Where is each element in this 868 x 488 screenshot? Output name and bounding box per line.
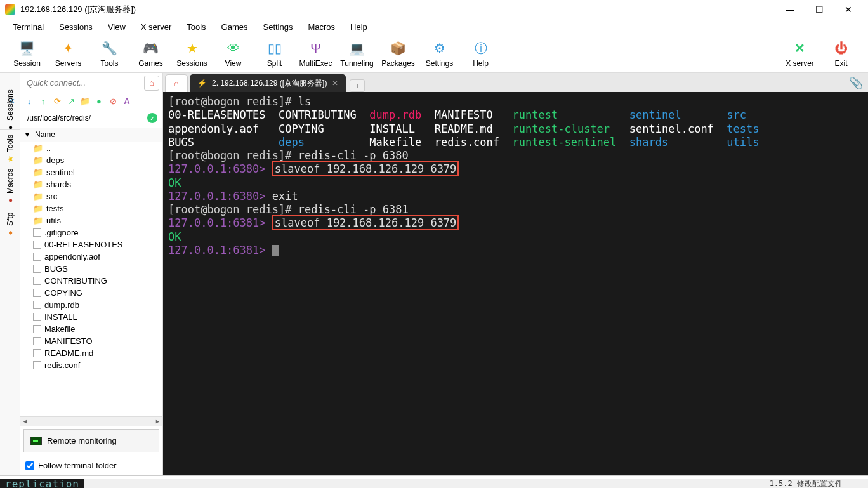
folder-icon: 📁 [33, 180, 43, 189]
toolbar-settings[interactable]: ⚙Settings [419, 39, 460, 68]
file-item[interactable]: CONTRIBUTING [20, 275, 162, 287]
side-tab-tools[interactable]: ★Tools [0, 130, 20, 168]
delete-icon[interactable]: ⊘ [108, 96, 118, 106]
scroll-left-icon[interactable]: ◄ [20, 417, 30, 426]
side-tabs: « ●Sessions ★Tools ●Macros ●Sftp [0, 73, 20, 475]
upload-icon[interactable]: ↑ [38, 96, 48, 106]
split-icon: ▯▯ [266, 39, 284, 57]
toolbar-session[interactable]: 🖥️Session [6, 39, 48, 68]
file-item[interactable]: 📁deps [20, 154, 162, 166]
file-item[interactable]: INSTALL [20, 311, 162, 323]
green-icon[interactable]: ● [94, 96, 104, 106]
follow-checkbox-input[interactable] [25, 461, 34, 470]
folder-icon: 📁 [33, 155, 43, 165]
tab-title: 2. 192.168.126.129 ([京淘服务器]) [212, 78, 327, 89]
menu-help[interactable]: Help [344, 20, 374, 34]
a-icon[interactable]: A [122, 96, 132, 106]
bg-text-left: replication [0, 479, 84, 488]
sftp-sidebar: ⌂ ↓ ↑ ⟳ ↗ 📁 ● ⊘ A ✓ ▾ Name 📁..📁deps📁sent… [20, 73, 163, 475]
toolbar-exit[interactable]: ⏻Exit [820, 39, 862, 68]
toolbar-x-server[interactable]: ✕X server [779, 39, 820, 68]
download-icon[interactable]: ↓ [24, 96, 34, 106]
file-icon [33, 265, 41, 273]
file-item[interactable]: dump.rdb [20, 299, 162, 311]
side-tab-sftp[interactable]: ●Sftp [0, 206, 20, 244]
side-tab-sessions[interactable]: ●Sessions [0, 92, 20, 130]
file-item[interactable]: 📁.. [20, 142, 162, 154]
refresh-icon[interactable]: ⟳ [52, 96, 62, 106]
window-title: 192.168.126.129 ([京淘服务器]) [20, 4, 775, 15]
menu-bar: Terminal Sessions View X server Tools Ga… [0, 19, 868, 35]
multiexec-icon: Ψ [307, 39, 325, 57]
menu-settings[interactable]: Settings [257, 20, 299, 34]
file-item[interactable]: README.md [20, 347, 162, 359]
toolbar-sessions[interactable]: ★Sessions [171, 39, 213, 68]
menu-games[interactable]: Games [215, 20, 254, 34]
side-tab-macros[interactable]: ●Macros [0, 168, 20, 206]
toolbar-tunneling[interactable]: 💻Tunneling [336, 39, 378, 68]
file-item[interactable]: COPYING [20, 287, 162, 299]
tab-terminal-1[interactable]: ⚡ 2. 192.168.126.129 ([京淘服务器]) ✕ [190, 74, 346, 92]
toolbar-games[interactable]: 🎮Games [130, 39, 171, 68]
file-list[interactable]: 📁..📁deps📁sentinel📁shards📁src📁tests📁utils… [20, 142, 162, 416]
file-icon [33, 337, 41, 345]
home-icon: ⌂ [174, 79, 179, 88]
terminal-tabs: ⌂ ⚡ 2. 192.168.126.129 ([京淘服务器]) ✕ + [163, 73, 868, 92]
quick-connect-input[interactable] [23, 75, 144, 91]
file-item[interactable]: 📁shards [20, 178, 162, 190]
menu-terminal[interactable]: Terminal [6, 20, 50, 34]
tab-close-icon[interactable]: ✕ [332, 79, 338, 88]
file-item[interactable]: 📁src [20, 190, 162, 202]
new-folder-icon[interactable]: 📁 [80, 96, 90, 106]
file-item[interactable]: BUGS [20, 263, 162, 275]
file-item[interactable]: 📁sentinel [20, 166, 162, 178]
folder-icon: 📁 [33, 192, 43, 201]
file-item[interactable]: MANIFESTO [20, 335, 162, 347]
file-icon [33, 349, 41, 357]
sessions-icon: ★ [183, 39, 201, 57]
scroll-right-icon[interactable]: ► [153, 417, 162, 426]
file-item[interactable]: .gitignore [20, 227, 162, 239]
menu-view[interactable]: View [102, 20, 132, 34]
file-item[interactable]: redis.conf [20, 359, 162, 371]
home-button[interactable]: ⌂ [144, 76, 159, 91]
menu-tools[interactable]: Tools [180, 20, 212, 34]
star-icon: ★ [6, 155, 15, 164]
cursor [272, 245, 279, 256]
toolbar-help[interactable]: ⓘHelp [460, 39, 501, 68]
file-icon [33, 253, 41, 261]
app-icon [5, 4, 15, 15]
file-item[interactable]: Makefile [20, 323, 162, 335]
file-item[interactable]: 00-RELEASENOTES [20, 239, 162, 251]
path-input[interactable] [25, 112, 147, 124]
menu-sessions[interactable]: Sessions [53, 20, 99, 34]
toolbar-servers[interactable]: ✦Servers [48, 39, 89, 68]
path-bar: ✓ [22, 110, 161, 126]
toolbar-view[interactable]: 👁View [213, 39, 254, 68]
scrollbar-horizontal[interactable]: ◄ ► [20, 416, 162, 426]
toolbar-tools[interactable]: 🔧Tools [89, 39, 130, 68]
file-list-header[interactable]: ▾ Name [20, 128, 162, 142]
remote-monitoring-button[interactable]: Remote monitoring [23, 429, 159, 452]
menu-macros[interactable]: Macros [301, 20, 341, 34]
toolbar-multiexec[interactable]: ΨMultiExec [295, 39, 336, 68]
follow-terminal-checkbox[interactable]: Follow terminal folder [20, 456, 162, 475]
close-button[interactable]: ✕ [834, 0, 863, 19]
check-icon: ✓ [147, 113, 157, 123]
parent-icon[interactable]: ↗ [66, 96, 76, 106]
new-tab-button[interactable]: + [350, 79, 365, 92]
record-icon: ● [6, 196, 15, 205]
file-icon [33, 228, 41, 237]
maximize-button[interactable]: ☐ [805, 0, 834, 19]
toolbar-packages[interactable]: 📦Packages [378, 39, 419, 68]
toolbar-split[interactable]: ▯▯Split [254, 39, 295, 68]
file-item[interactable]: 📁tests [20, 202, 162, 214]
file-item[interactable]: appendonly.aof [20, 251, 162, 263]
file-item[interactable]: 📁utils [20, 214, 162, 227]
tab-home[interactable]: ⌂ [165, 74, 188, 92]
minimize-button[interactable]: — [775, 0, 805, 19]
menu-xserver[interactable]: X server [135, 20, 178, 34]
view-icon: 👁 [225, 39, 242, 57]
terminal-output[interactable]: [root@bogon redis]# ls 00-RELEASENOTES C… [163, 92, 868, 475]
paperclip-icon[interactable]: 📎 [849, 76, 863, 90]
